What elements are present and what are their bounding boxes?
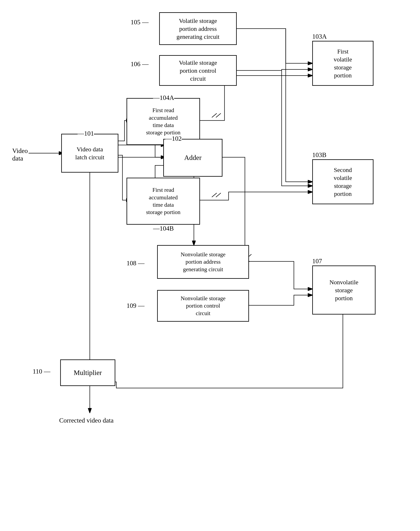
storage-104A-box: First readaccumulatedtime datastorage po… (127, 98, 200, 145)
svg-line-8 (216, 193, 221, 197)
second-volatile-box: Secondvolatilestorageportion (312, 159, 374, 204)
volatile-ctrl-box: Volatile storageportion controlcircuit (159, 55, 237, 86)
corrected-video-label: Corrected video data (59, 417, 114, 424)
nonvol-addr-label: Nonvolatile storageportion addressgenera… (180, 251, 225, 273)
second-volatile-label: Secondvolatilestorageportion (334, 166, 352, 198)
ref-108: 108 — (127, 259, 145, 267)
video-data-label: Videodata (12, 147, 28, 162)
first-volatile-box: Firstvolatilestorageportion (312, 41, 374, 86)
ref-103A: 103A (312, 33, 327, 40)
nonvolatile-box: Nonvolatilestorageportion (312, 266, 375, 314)
multiplier-label: Multiplier (74, 368, 102, 377)
ref-101: —101 (77, 130, 94, 137)
svg-line-6 (216, 113, 221, 117)
ref-107: 107 (312, 257, 322, 265)
ref-106: 106 — (131, 60, 149, 68)
video-latch-label: Video datalatch circuit (75, 145, 104, 161)
nonvol-addr-box: Nonvolatile storageportion addressgenera… (157, 245, 249, 279)
ref-102: —102 (165, 135, 182, 142)
storage-104B-box: First readaccumulatedtime datastorage po… (127, 178, 200, 225)
ref-105: 105 — (131, 18, 149, 26)
storage-104A-label: First readaccumulatedtime datastorage po… (146, 107, 180, 136)
svg-line-7 (212, 193, 217, 197)
ref-104B: —104B (153, 225, 174, 232)
nonvol-ctrl-box: Nonvolatile storageportion controlcircui… (157, 290, 249, 322)
video-latch-box: Video datalatch circuit (61, 134, 118, 172)
storage-104B-label: First readaccumulatedtime datastorage po… (146, 186, 180, 216)
multiplier-box: Multiplier (60, 359, 115, 386)
volatile-ctrl-label: Volatile storageportion controlcircuit (179, 59, 217, 82)
ref-103B: 103B (312, 151, 326, 159)
ref-110: 110 — (33, 368, 50, 375)
adder-label: Adder (184, 153, 202, 162)
ref-109: 109 — (127, 302, 145, 309)
adder-box: Adder (163, 139, 223, 177)
volatile-addr-gen-label: Volatile storageportion addressgeneratin… (177, 17, 220, 41)
first-volatile-label: Firstvolatilestorageportion (334, 47, 352, 79)
volatile-addr-gen-box: Volatile storageportion addressgeneratin… (159, 12, 237, 45)
nonvol-ctrl-label: Nonvolatile storageportion controlcircui… (180, 295, 225, 317)
nonvolatile-label: Nonvolatilestorageportion (330, 278, 358, 302)
svg-line-5 (212, 113, 217, 117)
ref-104A: —104A (153, 94, 174, 102)
